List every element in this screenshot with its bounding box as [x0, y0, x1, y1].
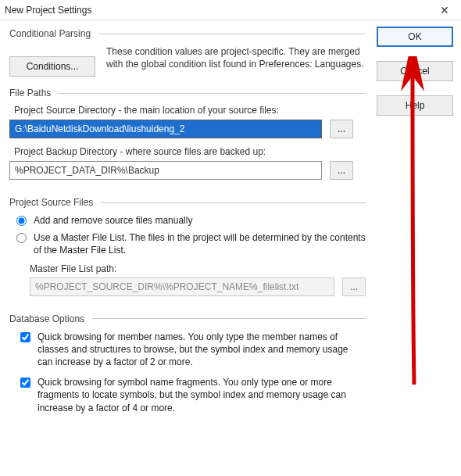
section-label: Database Options	[9, 313, 84, 324]
radio-master[interactable]	[16, 233, 27, 243]
backup-dir-label: Project Backup Directory - where source …	[14, 146, 366, 157]
dialog-button-column: OK Cancel Help	[377, 27, 453, 116]
checkbox-quick-members-row[interactable]: Quick browsing for member names. You onl…	[17, 331, 366, 369]
ok-button[interactable]: OK	[377, 27, 453, 47]
backup-dir-input[interactable]	[9, 161, 322, 180]
close-icon[interactable]: ✕	[433, 2, 456, 19]
master-file-list-label: Master File List path:	[30, 263, 366, 274]
radio-manual[interactable]	[16, 216, 27, 226]
conditions-button[interactable]: Conditions...	[9, 56, 95, 77]
conditional-parsing-description: These condition values are project-speci…	[106, 45, 366, 70]
browse-source-dir-button[interactable]: ...	[330, 120, 353, 138]
master-file-list-input	[30, 277, 334, 296]
section-conditional-parsing: Conditional Parsing	[9, 28, 366, 39]
section-label: Project Source Files	[9, 197, 93, 208]
section-rule	[98, 34, 366, 34]
browse-backup-dir-button[interactable]: ...	[330, 161, 353, 180]
checkbox-quick-fragments-row[interactable]: Quick browsing for symbol name fragments…	[17, 376, 366, 414]
source-dir-input[interactable]	[9, 120, 322, 138]
radio-master-label: Use a Master File List. The files in the…	[34, 231, 366, 256]
checkbox-quick-members-label: Quick browsing for member names. You onl…	[38, 331, 366, 369]
browse-master-file-button: ...	[342, 277, 366, 296]
radio-manual-label: Add and remove source files manually	[34, 214, 366, 227]
checkbox-quick-members[interactable]	[20, 332, 30, 342]
help-button[interactable]: Help	[377, 95, 453, 116]
section-database-options: Database Options	[9, 313, 366, 324]
checkbox-quick-fragments-label: Quick browsing for symbol name fragments…	[38, 376, 366, 414]
window-title: New Project Settings	[5, 5, 433, 16]
section-label: Conditional Parsing	[9, 28, 91, 39]
radio-master-row[interactable]: Use a Master File List. The files in the…	[13, 231, 366, 256]
cancel-button[interactable]: Cancel	[377, 61, 453, 81]
section-project-source-files: Project Source Files	[9, 197, 366, 208]
section-file-paths: File Paths	[9, 88, 366, 98]
section-rule	[92, 318, 366, 319]
section-rule	[101, 202, 366, 203]
section-rule	[59, 93, 366, 94]
source-dir-label: Project Source Directory - the main loca…	[14, 105, 366, 116]
title-bar: New Project Settings ✕	[0, 0, 461, 20]
section-label: File Paths	[9, 88, 51, 98]
radio-manual-row[interactable]: Add and remove source files manually	[13, 214, 366, 227]
checkbox-quick-fragments[interactable]	[20, 378, 30, 388]
